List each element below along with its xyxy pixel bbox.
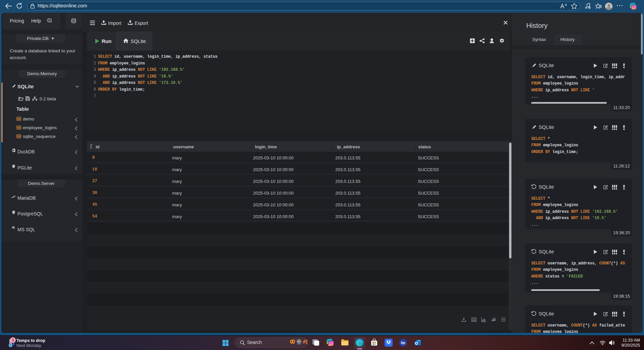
svg-text:hp: hp bbox=[401, 341, 405, 345]
